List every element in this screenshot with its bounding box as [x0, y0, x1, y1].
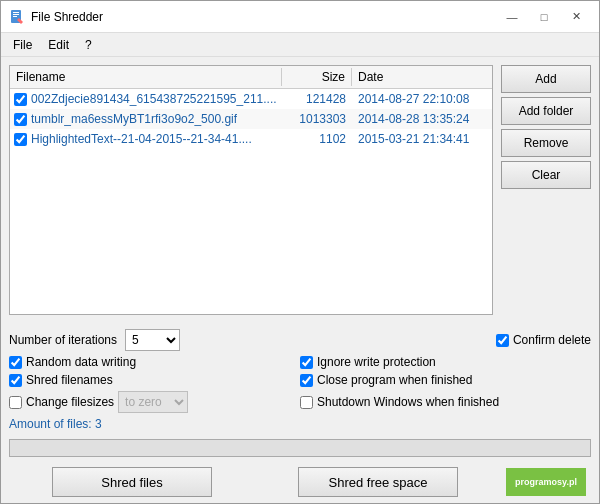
title-controls: — □ ✕ [497, 6, 591, 28]
file-checkbox-2[interactable] [14, 113, 27, 126]
shred-filenames-option: Shred filenames [9, 373, 300, 387]
options-row-2: Random data writing Ignore write protect… [9, 355, 591, 369]
file-row-name-1: 002Zdjecie891434_615438725221595_211.... [10, 91, 282, 107]
ignore-write-label: Ignore write protection [317, 355, 436, 369]
file-size-2: 1013303 [282, 111, 352, 127]
buttons-panel: Add Add folder Remove Clear [501, 65, 591, 315]
to-zero-select[interactable]: to zero [118, 391, 188, 413]
random-data-option: Random data writing [9, 355, 300, 369]
shred-filenames-label: Shred filenames [26, 373, 113, 387]
close-finished-label: Close program when finished [317, 373, 472, 387]
minimize-button[interactable]: — [497, 6, 527, 28]
shutdown-label: Shutdown Windows when finished [317, 395, 499, 409]
confirm-delete-label: Confirm delete [513, 333, 591, 347]
footer-buttons: Shred files Shred free space programosy.… [1, 463, 599, 503]
shred-filenames-checkbox[interactable] [9, 374, 22, 387]
options-row-3: Shred filenames Close program when finis… [9, 373, 591, 387]
remove-button[interactable]: Remove [501, 129, 591, 157]
menu-edit[interactable]: Edit [40, 36, 77, 54]
iterations-label: Number of iterations [9, 333, 117, 347]
table-row: HighlightedText--21-04-2015--21-34-41...… [10, 129, 492, 149]
file-name-1: 002Zdjecie891434_615438725221595_211.... [31, 92, 277, 106]
footer-left: Shred files [9, 467, 255, 497]
file-checkbox-3[interactable] [14, 133, 27, 146]
maximize-button[interactable]: □ [529, 6, 559, 28]
close-button[interactable]: ✕ [561, 6, 591, 28]
amount-row: Amount of files: 3 [9, 417, 591, 431]
shutdown-option: Shutdown Windows when finished [300, 391, 591, 413]
shred-free-space-button[interactable]: Shred free space [298, 467, 458, 497]
svg-rect-2 [13, 14, 19, 15]
file-row-name-3: HighlightedText--21-04-2015--21-34-41...… [10, 131, 282, 147]
random-data-label: Random data writing [26, 355, 136, 369]
title-bar: File Shredder — □ ✕ [1, 1, 599, 33]
change-filesizes-checkbox[interactable] [9, 396, 22, 409]
progress-bar-area [1, 439, 599, 463]
main-window: File Shredder — □ ✕ File Edit ? Filename… [0, 0, 600, 504]
main-content: Filename Size Date 002Zdjecie891434_6154… [1, 57, 599, 323]
options-row-4: Change filesizes to zero Shutdown Window… [9, 391, 591, 413]
menu-file[interactable]: File [5, 36, 40, 54]
ignore-write-option: Ignore write protection [300, 355, 591, 369]
col-header-name: Filename [10, 68, 282, 86]
shred-files-button[interactable]: Shred files [52, 467, 212, 497]
table-row: tumblr_ma6essMyBT1rfi3o9o2_500.gif 10133… [10, 109, 492, 129]
col-header-date: Date [352, 68, 492, 86]
add-button[interactable]: Add [501, 65, 591, 93]
progress-bar [9, 439, 591, 457]
file-size-3: 1102 [282, 131, 352, 147]
menu-bar: File Edit ? [1, 33, 599, 57]
iterations-select[interactable]: 5 1 2 3 4 6 [125, 329, 180, 351]
svg-rect-3 [13, 16, 17, 17]
iterations-row: Number of iterations 5 1 2 3 4 6 Confirm… [9, 329, 591, 351]
random-data-checkbox[interactable] [9, 356, 22, 369]
confirm-delete-checkbox[interactable] [496, 334, 509, 347]
file-date-2: 2014-08-28 13:35:24 [352, 111, 492, 127]
promo-badge[interactable]: programosy.pl [506, 468, 586, 496]
change-filesizes-option: Change filesizes to zero [9, 391, 300, 413]
footer-right: programosy.pl [501, 468, 591, 496]
file-checkbox-1[interactable] [14, 93, 27, 106]
options-area: Number of iterations 5 1 2 3 4 6 Confirm… [1, 323, 599, 439]
table-row: 002Zdjecie891434_615438725221595_211....… [10, 89, 492, 109]
amount-text: Amount of files: 3 [9, 417, 102, 431]
file-name-3: HighlightedText--21-04-2015--21-34-41...… [31, 132, 252, 146]
file-size-1: 121428 [282, 91, 352, 107]
add-folder-button[interactable]: Add folder [501, 97, 591, 125]
menu-help[interactable]: ? [77, 36, 100, 54]
shutdown-checkbox[interactable] [300, 396, 313, 409]
file-date-3: 2015-03-21 21:34:41 [352, 131, 492, 147]
file-list-header: Filename Size Date [10, 66, 492, 89]
file-list-area: Filename Size Date 002Zdjecie891434_6154… [9, 65, 493, 315]
footer-center: Shred free space [255, 467, 501, 497]
promo-text: programosy.pl [515, 477, 577, 487]
app-icon [9, 9, 25, 25]
close-finished-option: Close program when finished [300, 373, 591, 387]
file-row-name-2: tumblr_ma6essMyBT1rfi3o9o2_500.gif [10, 111, 282, 127]
svg-rect-1 [13, 12, 19, 13]
file-date-1: 2014-08-27 22:10:08 [352, 91, 492, 107]
close-finished-checkbox[interactable] [300, 374, 313, 387]
window-title: File Shredder [31, 10, 103, 24]
ignore-write-checkbox[interactable] [300, 356, 313, 369]
col-header-size: Size [282, 68, 352, 86]
clear-button[interactable]: Clear [501, 161, 591, 189]
file-name-2: tumblr_ma6essMyBT1rfi3o9o2_500.gif [31, 112, 237, 126]
title-bar-left: File Shredder [9, 9, 103, 25]
file-list-body[interactable]: 002Zdjecie891434_615438725221595_211....… [10, 89, 492, 314]
change-filesizes-label: Change filesizes [26, 395, 114, 409]
